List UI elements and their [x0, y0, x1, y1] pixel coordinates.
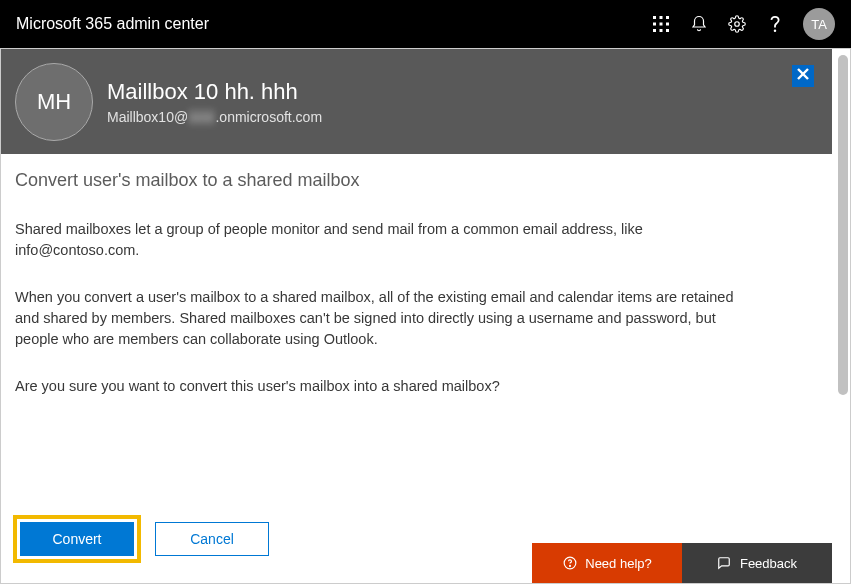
user-email: Maillbox10@-----.onmicrosoft.com — [107, 109, 322, 125]
account-avatar[interactable]: TA — [803, 8, 835, 40]
top-nav-bar: Microsoft 365 admin center — [0, 0, 851, 48]
need-help-label: Need help? — [585, 556, 652, 571]
user-header: MH Maillbox 10 hh. hhh Maillbox10@-----.… — [1, 49, 832, 154]
convert-button[interactable]: Convert — [20, 522, 134, 556]
svg-rect-2 — [666, 16, 669, 19]
panel-body: Convert user's mailbox to a shared mailb… — [1, 154, 832, 397]
svg-rect-0 — [653, 16, 656, 19]
svg-point-9 — [735, 22, 740, 27]
svg-rect-5 — [666, 23, 669, 26]
scrollbar[interactable] — [838, 55, 848, 395]
svg-rect-8 — [666, 29, 669, 32]
user-meta: Maillbox 10 hh. hhh Maillbox10@-----.onm… — [107, 79, 322, 125]
cancel-button[interactable]: Cancel — [155, 522, 269, 556]
svg-rect-3 — [653, 23, 656, 26]
feedback-icon — [717, 556, 732, 571]
action-buttons: Convert Cancel — [13, 515, 269, 563]
feedback-button[interactable]: Feedback — [682, 543, 832, 583]
footer-bar: Need help? Feedback — [532, 543, 832, 583]
svg-rect-7 — [660, 29, 663, 32]
app-launcher-icon[interactable] — [651, 14, 671, 34]
confirmation-question: Are you sure you want to convert this us… — [15, 376, 745, 397]
need-help-button[interactable]: Need help? — [532, 543, 682, 583]
close-icon — [795, 66, 811, 86]
highlight-annotation: Convert — [13, 515, 141, 563]
svg-rect-6 — [653, 29, 656, 32]
close-button[interactable] — [792, 65, 814, 87]
app-title: Microsoft 365 admin center — [16, 15, 209, 33]
section-title: Convert user's mailbox to a shared mailb… — [15, 170, 812, 191]
svg-point-13 — [569, 565, 570, 566]
description-paragraph-1: Shared mailboxes let a group of people m… — [15, 219, 745, 261]
settings-gear-icon[interactable] — [727, 14, 747, 34]
description-paragraph-2: When you convert a user's mailbox to a s… — [15, 287, 745, 350]
email-suffix: .onmicrosoft.com — [215, 109, 322, 125]
user-avatar: MH — [15, 63, 93, 141]
svg-rect-4 — [660, 23, 663, 26]
panel-content: MH Maillbox 10 hh. hhh Maillbox10@-----.… — [0, 48, 851, 584]
help-circle-icon — [562, 556, 577, 571]
feedback-label: Feedback — [740, 556, 797, 571]
user-display-name: Maillbox 10 hh. hhh — [107, 79, 322, 105]
svg-rect-1 — [660, 16, 663, 19]
top-nav-actions: TA — [651, 8, 835, 40]
email-prefix: Maillbox10@ — [107, 109, 188, 125]
help-icon[interactable] — [765, 14, 785, 34]
email-redacted: ----- — [188, 109, 215, 125]
notifications-icon[interactable] — [689, 14, 709, 34]
